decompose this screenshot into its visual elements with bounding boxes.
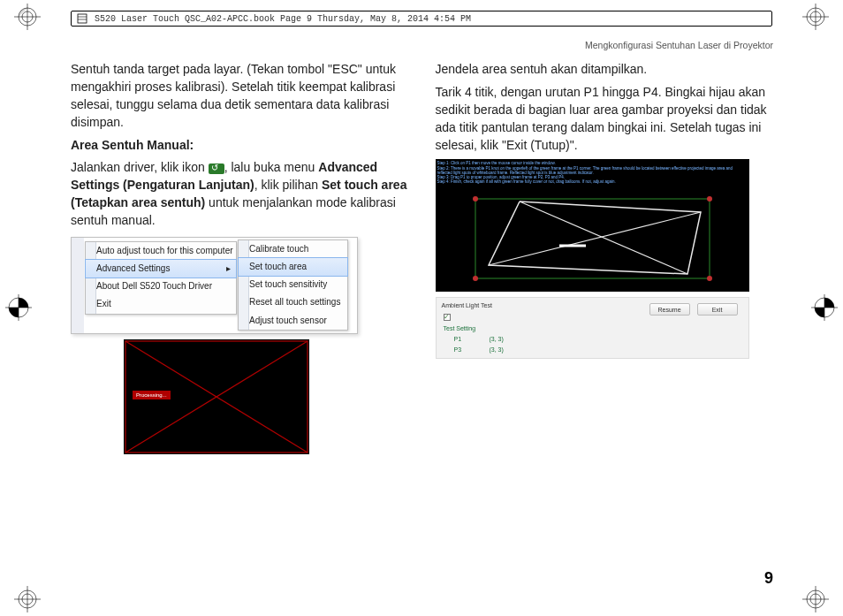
menu-item[interactable]: Exit	[86, 295, 236, 313]
book-icon	[77, 12, 89, 25]
column-left: Sentuh tanda target pada layar. (Tekan t…	[71, 61, 409, 454]
svg-point-32	[707, 196, 712, 202]
reg-mark-tl	[14, 4, 41, 30]
framemaker-header: S520 Laser Touch QSC_A02-APCC.book Page …	[71, 11, 772, 27]
submenu-item-selected[interactable]: Set touch area	[238, 257, 348, 277]
panel-c1: (3, 3)	[490, 335, 504, 344]
ambient-panel-screenshot: Ambient Light Test Test Setting P1 (3, 3…	[436, 297, 749, 359]
reg-mark-ml	[5, 294, 32, 321]
touch-area-screenshot: Step 1: Click on P1 then move the mouse …	[436, 159, 749, 292]
running-header: Mengkonfigurasi Sentuhan Laser di Proyek…	[71, 40, 773, 50]
right-paragraph-2: Tarik 4 titik, dengan urutan P1 hingga P…	[436, 84, 774, 155]
submenu-item[interactable]: Reset all touch settings	[239, 293, 347, 311]
menu-left: Auto adjust touch for this computer Adva…	[85, 241, 237, 315]
svg-line-29	[489, 212, 701, 265]
right-paragraph-1: Jendela area sentuh akan ditampilkan.	[436, 61, 774, 79]
column-right: Jendela area sentuh akan ditampilkan. Ta…	[436, 61, 774, 454]
reg-mark-bl	[14, 586, 41, 612]
touch-area-diagram-icon	[436, 159, 749, 292]
exit-button[interactable]: Exit	[697, 303, 738, 316]
svg-point-34	[473, 276, 478, 281]
tray-icon	[209, 164, 224, 174]
panel-section-label: Test Setting	[444, 324, 476, 333]
header-text: S520 Laser Touch QSC_A02-APCC.book Page …	[95, 14, 471, 24]
panel-p1: P1	[454, 335, 462, 344]
submenu-item[interactable]: Set touch sensitivity	[239, 276, 347, 293]
reg-mark-tr	[802, 4, 829, 30]
panel-c2: (3, 3)	[490, 346, 504, 354]
svg-point-33	[707, 276, 712, 281]
context-menu-screenshot: Auto adjust touch for this computer Adva…	[71, 237, 358, 334]
submenu-right: Calibrate touch Set touch area Set touch…	[238, 240, 348, 331]
menu-item-selected[interactable]: Advanced Settings▸	[85, 259, 237, 278]
menu-item[interactable]: About Dell S520 Touch Driver	[86, 278, 236, 295]
left-paragraph-1: Sentuh tanda target pada layar. (Tekan t…	[71, 61, 409, 132]
page-number: 9	[764, 569, 773, 588]
calibration-screenshot: Processing...	[124, 339, 309, 454]
reg-mark-mr	[811, 294, 838, 321]
left-paragraph-2: Jalankan driver, klik ikon , lalu buka m…	[71, 159, 409, 230]
svg-point-31	[473, 196, 478, 202]
svg-line-28	[520, 202, 687, 274]
menu-item[interactable]: Auto adjust touch for this computer	[86, 242, 236, 260]
submenu-item[interactable]: Calibrate touch	[239, 240, 347, 258]
panel-title: Ambient Light Test	[442, 301, 492, 310]
panel-checkbox[interactable]	[444, 314, 451, 321]
reg-mark-br	[802, 586, 829, 612]
left-heading-manual: Area Sentuh Manual:	[71, 137, 409, 155]
submenu-arrow-icon: ▸	[226, 262, 231, 275]
resume-button[interactable]: Resume	[649, 303, 690, 316]
submenu-item[interactable]: Adjust touch sensor	[239, 312, 347, 330]
panel-p3: P3	[454, 346, 462, 354]
processing-badge: Processing...	[133, 391, 171, 400]
svg-rect-22	[78, 14, 87, 23]
